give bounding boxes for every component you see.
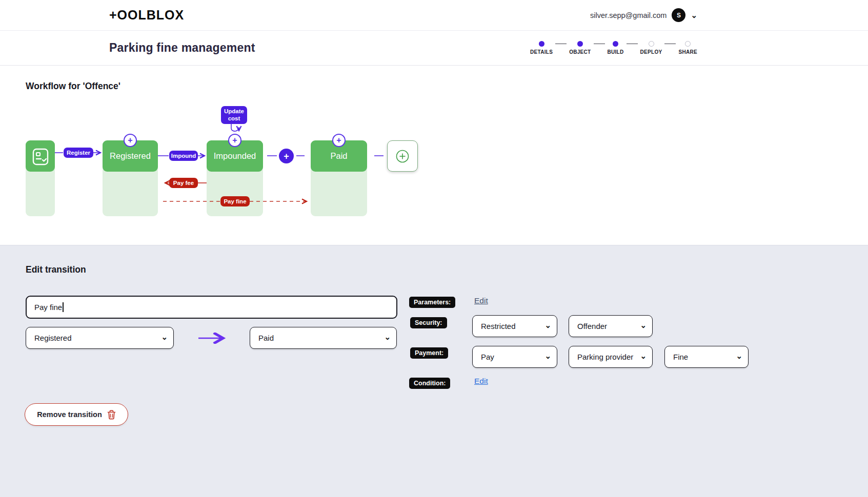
- to-state-select[interactable]: Paid: [250, 327, 397, 349]
- transition-name-value: Pay fine: [34, 303, 62, 312]
- edit-transition-heading: Edit transition: [26, 264, 86, 275]
- parameters-edit-link[interactable]: Edit: [474, 296, 488, 305]
- step-connector: [594, 44, 605, 44]
- add-transition-from-registered-button[interactable]: +: [124, 134, 137, 147]
- transition-register[interactable]: Register: [64, 148, 93, 158]
- step-build[interactable]: BUILD: [608, 41, 624, 55]
- remove-transition-label: Remove transition: [37, 410, 102, 419]
- step-connector: [555, 44, 567, 44]
- plus-icon: +: [128, 136, 132, 144]
- payment-action-select-wrap: Pay ⌄: [472, 346, 557, 368]
- from-state-select[interactable]: Registered: [26, 327, 174, 349]
- parameters-label: Parameters:: [409, 297, 455, 308]
- step-dot: [577, 41, 583, 47]
- transition-pay-fine[interactable]: Pay fine: [220, 196, 250, 206]
- add-transition-button[interactable]: +: [279, 149, 294, 163]
- transition-name-input[interactable]: Pay fine: [26, 296, 397, 319]
- step-connector: [627, 44, 638, 44]
- transition-impound[interactable]: Impound: [169, 151, 198, 161]
- workflow-diagram: Registered + Impounded + Paid + Register…: [0, 101, 868, 229]
- step-connector: [664, 44, 676, 44]
- page-header: Parking fine management DETAILS OBJECT B…: [0, 31, 868, 66]
- transition-update-cost[interactable]: Update cost: [221, 106, 247, 124]
- step-label: SHARE: [678, 49, 697, 55]
- step-dot: [649, 41, 654, 47]
- step-dot: [539, 41, 544, 47]
- avatar[interactable]: S: [672, 8, 685, 22]
- security-label: Security:: [410, 317, 447, 328]
- security-role-select-wrap: Offender ⌄: [569, 315, 653, 337]
- step-deploy[interactable]: DEPLOY: [640, 41, 662, 55]
- condition-label: Condition:: [409, 378, 450, 389]
- step-label: OBJECT: [569, 49, 591, 55]
- plus-icon: +: [232, 136, 237, 144]
- user-menu[interactable]: silver.sepp@gmail.com S ⌄: [590, 8, 697, 22]
- condition-edit-link[interactable]: Edit: [474, 377, 488, 386]
- step-object[interactable]: OBJECT: [569, 41, 591, 55]
- wizard-stepper: DETAILS OBJECT BUILD DEPLOY SHARE: [530, 41, 697, 55]
- step-details[interactable]: DETAILS: [530, 41, 553, 55]
- trash-icon: [107, 410, 116, 420]
- payment-action-select[interactable]: Pay: [472, 346, 557, 368]
- plus-icon: +: [284, 152, 289, 161]
- remove-transition-button[interactable]: Remove transition: [25, 403, 128, 426]
- workflow-panel: Workflow for 'Offence': [0, 66, 868, 245]
- text-caret: [63, 302, 64, 312]
- payment-label: Payment:: [410, 347, 448, 359]
- payment-amount-select[interactable]: Fine: [664, 346, 749, 368]
- add-transition-from-impounded-button[interactable]: +: [228, 134, 241, 147]
- add-transition-from-paid-button[interactable]: +: [332, 134, 346, 147]
- payment-recipient-select[interactable]: Parking provider: [569, 346, 653, 368]
- security-access-select[interactable]: Restricted: [472, 315, 557, 337]
- step-dot: [613, 41, 618, 47]
- to-state-select-wrap: Paid ⌄: [250, 327, 397, 349]
- security-access-select-wrap: Restricted ⌄: [472, 315, 557, 337]
- topbar: +OOLBLOX silver.sepp@gmail.com S ⌄: [0, 0, 868, 31]
- page-title: Parking fine management: [109, 41, 255, 55]
- chevron-down-icon[interactable]: ⌄: [691, 13, 697, 18]
- plus-icon: +: [336, 136, 341, 144]
- toolblox-logo[interactable]: +OOLBLOX: [109, 8, 184, 23]
- transition-arrow-icon: [197, 333, 229, 344]
- user-email: silver.sepp@gmail.com: [590, 11, 667, 19]
- payment-recipient-select-wrap: Parking provider ⌄: [569, 346, 653, 368]
- step-share[interactable]: SHARE: [678, 41, 697, 55]
- security-role-select[interactable]: Offender: [569, 315, 653, 337]
- edit-transition-panel: Edit transition Pay fine Registered ⌄ Pa…: [0, 245, 868, 497]
- step-label: DETAILS: [530, 49, 553, 55]
- payment-amount-select-wrap: Fine ⌄: [664, 346, 749, 368]
- workflow-heading: Workflow for 'Offence': [26, 81, 868, 92]
- step-dot: [685, 41, 691, 47]
- step-label: BUILD: [608, 49, 624, 55]
- step-label: DEPLOY: [640, 49, 662, 55]
- transition-pay-fee[interactable]: Pay fee: [169, 178, 198, 188]
- from-state-select-wrap: Registered ⌄: [26, 327, 174, 349]
